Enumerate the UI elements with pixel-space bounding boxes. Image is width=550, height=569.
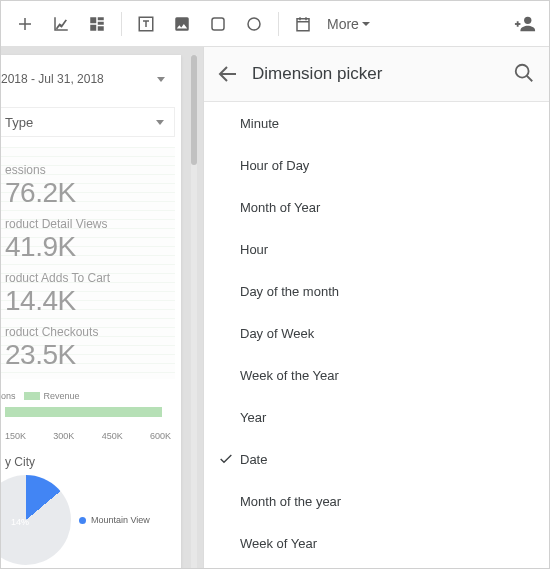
search-button[interactable] (513, 62, 537, 86)
dimension-item[interactable]: Day of Week (204, 312, 549, 354)
insert-chart-icon[interactable] (7, 6, 43, 42)
svg-point-11 (248, 18, 260, 30)
circle-icon[interactable] (236, 6, 272, 42)
pie-pct: 14% (11, 517, 29, 527)
svg-rect-3 (90, 24, 96, 30)
svg-point-16 (524, 16, 531, 23)
scrollbar[interactable] (191, 55, 197, 569)
svg-rect-12 (297, 18, 309, 30)
dimension-label: Week of the Year (240, 368, 339, 383)
dimension-label: Day of Week (240, 326, 314, 341)
axis-tick: 300K (53, 431, 74, 441)
dimension-item[interactable]: Month of the year (204, 480, 549, 522)
image-icon[interactable] (164, 6, 200, 42)
legend-label: Revenue (44, 391, 80, 401)
dimension-label: Month of Year (240, 200, 320, 215)
legend-swatch (24, 392, 40, 400)
dimension-item[interactable]: Hour (204, 228, 549, 270)
caret-down-icon (157, 77, 165, 82)
svg-line-21 (527, 76, 533, 82)
dimension-item[interactable]: Minute (204, 102, 549, 144)
pie-legend-item: Mountain View (79, 515, 150, 525)
svg-point-20 (516, 65, 529, 78)
metric-value: 23.5K (5, 339, 175, 371)
text-icon[interactable] (128, 6, 164, 42)
svg-rect-6 (98, 26, 104, 31)
more-menu[interactable]: More (321, 16, 377, 32)
svg-rect-10 (212, 18, 224, 30)
dimension-item[interactable]: Year (204, 396, 549, 438)
svg-rect-5 (98, 21, 104, 24)
bar (5, 407, 162, 417)
dimension-label: Week of Year (240, 536, 317, 551)
add-user-icon[interactable] (507, 6, 543, 42)
axis-tick: 600K (150, 431, 171, 441)
scrollbar-thumb[interactable] (191, 55, 197, 165)
report-canvas: 2018 - Jul 31, 2018 Type essions 76.2K r… (1, 55, 181, 569)
metric-value: 41.9K (5, 231, 175, 263)
metric-label: essions (5, 163, 175, 177)
toolbar: More (1, 1, 549, 47)
svg-rect-2 (90, 17, 96, 23)
dimension-label: Minute (240, 116, 279, 131)
dimension-item[interactable]: Week of the Year (204, 354, 549, 396)
bar-legend: ons Revenue (1, 391, 175, 401)
separator (121, 12, 122, 36)
metric-label: roduct Detail Views (5, 217, 175, 231)
dimension-item[interactable]: Date (204, 438, 549, 480)
dimension-label: Hour of Day (240, 158, 309, 173)
rectangle-icon[interactable] (200, 6, 236, 42)
dimension-label: Day of the month (240, 284, 339, 299)
check-icon (218, 451, 234, 470)
dimension-item[interactable]: Week of Year (204, 522, 549, 564)
line-chart-icon[interactable] (43, 6, 79, 42)
section-title: y City (5, 455, 175, 469)
dimension-item[interactable]: Hour of Day (204, 144, 549, 186)
dimension-item[interactable]: Month of Year (204, 186, 549, 228)
date-range-icon[interactable] (285, 6, 321, 42)
type-selector[interactable]: Type (1, 107, 175, 137)
separator (278, 12, 279, 36)
metric-value: 14.4K (5, 285, 175, 317)
more-label: More (327, 16, 359, 32)
dimension-label: Hour (240, 242, 268, 257)
legend-label: ons (1, 391, 16, 401)
dimension-label: Month of the year (240, 494, 341, 509)
back-button[interactable] (216, 62, 240, 86)
axis-tick: 450K (102, 431, 123, 441)
type-label: Type (5, 115, 33, 130)
pie-chart: 14% Mountain View (1, 475, 175, 535)
x-axis: 150K 300K 450K 600K (5, 431, 171, 441)
date-range-selector[interactable]: 2018 - Jul 31, 2018 (1, 65, 175, 93)
caret-down-icon (156, 120, 164, 125)
dimension-label: Date (240, 452, 267, 467)
dimension-label: Year (240, 410, 266, 425)
panel-title: Dimension picker (252, 64, 513, 84)
metric-label: roduct Checkouts (5, 325, 175, 339)
metric-label: roduct Adds To Cart (5, 271, 175, 285)
bar-chart-icon[interactable] (79, 6, 115, 42)
date-range-value: 2018 - Jul 31, 2018 (1, 72, 104, 86)
metric-value: 76.2K (5, 177, 175, 209)
scorecard-block: essions 76.2K roduct Detail Views 41.9K … (1, 147, 175, 379)
axis-tick: 150K (5, 431, 26, 441)
dimension-picker-panel: Dimension picker MinuteHour of DayMonth … (203, 47, 549, 569)
dimension-item[interactable]: Day of the month (204, 270, 549, 312)
caret-down-icon (361, 19, 371, 29)
dimension-list: MinuteHour of DayMonth of YearHourDay of… (204, 101, 549, 569)
panel-header: Dimension picker (204, 47, 549, 101)
svg-rect-4 (98, 17, 104, 20)
